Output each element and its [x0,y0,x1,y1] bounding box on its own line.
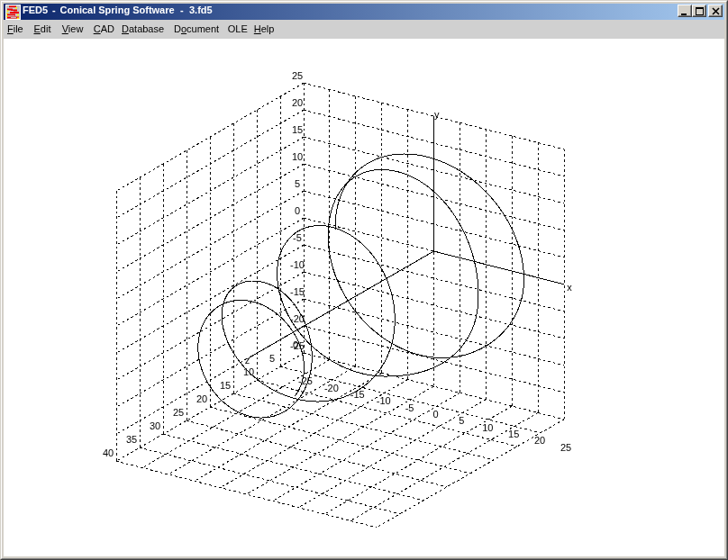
svg-text:5: 5 [459,415,464,426]
svg-text:5: 5 [295,178,300,189]
svg-text:0: 0 [293,339,298,350]
svg-text:-5: -5 [293,232,302,243]
svg-text:-10: -10 [377,395,391,406]
svg-text:15: 15 [220,380,231,391]
svg-text:-25: -25 [298,375,313,386]
svg-text:z: z [245,355,250,366]
svg-text:-15: -15 [290,286,305,297]
svg-text:10: 10 [292,151,303,162]
svg-text:-20: -20 [290,313,305,324]
svg-text:10: 10 [243,366,254,377]
svg-text:y: y [434,109,440,120]
svg-text:5: 5 [269,353,275,364]
svg-text:x: x [567,282,572,293]
svg-text:30: 30 [150,420,160,431]
svg-text:20: 20 [292,97,303,108]
svg-text:25: 25 [560,442,571,453]
svg-text:-15: -15 [350,389,365,400]
svg-text:-20: -20 [324,383,339,393]
svg-text:20: 20 [534,435,545,446]
svg-text:20: 20 [196,393,207,404]
svg-text:15: 15 [508,429,519,439]
svg-text:-5: -5 [405,402,414,413]
svg-text:40: 40 [103,447,114,458]
svg-text:0: 0 [295,205,300,216]
svg-text:10: 10 [482,422,493,433]
svg-text:35: 35 [126,434,137,445]
svg-text:25: 25 [292,70,303,81]
svg-text:0: 0 [432,409,438,420]
svg-text:15: 15 [292,124,303,135]
svg-text:-10: -10 [290,259,305,270]
svg-text:25: 25 [173,407,184,418]
